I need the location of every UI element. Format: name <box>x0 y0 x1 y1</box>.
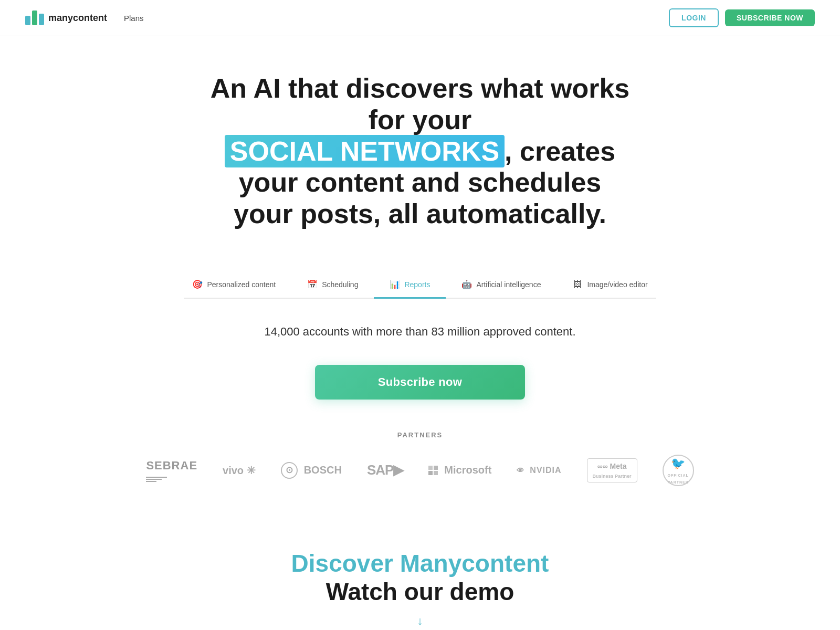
discover-title-colored: Discover Manycontent <box>10 549 830 578</box>
feature-tabs: 🎯 Personalized content 📅 Scheduling 📊 Re… <box>184 272 656 299</box>
partners-label: PARTNERS <box>10 431 830 439</box>
sebrae-text: SEBRAE <box>146 459 197 472</box>
partner-sebrae: SEBRAE <box>146 459 197 482</box>
partner-nvidia: 👁 NVIDIA <box>517 466 561 475</box>
personalized-icon: 🎯 <box>192 279 203 290</box>
meta-text: ∞∞ Meta <box>597 462 627 470</box>
subscribe-nav-button[interactable]: SUBSCRIBE NOW <box>725 9 815 26</box>
scheduling-icon: 📅 <box>307 279 318 290</box>
discover-title-dark: Watch our demo <box>10 578 830 606</box>
svg-rect-0 <box>25 16 30 25</box>
tab-image-video[interactable]: 🖼 Image/video editor <box>556 272 663 299</box>
vivo-text: vivo ✳ <box>223 464 256 477</box>
nav-left: manycontent Plans <box>25 10 144 25</box>
tab-ai-label: Artificial intelligence <box>476 280 541 289</box>
logo-icon <box>25 10 44 25</box>
tab-reports[interactable]: 📊 Reports <box>374 272 446 299</box>
tab-ai[interactable]: 🤖 Artificial intelligence <box>446 272 556 299</box>
login-button[interactable]: LOGIN <box>669 8 719 27</box>
tab-scheduling[interactable]: 📅 Scheduling <box>291 272 374 299</box>
navbar: manycontent Plans LOGIN SUBSCRIBE NOW <box>0 0 840 36</box>
nvidia-eye: 👁 <box>517 466 524 475</box>
discover-section: Discover Manycontent Watch our demo ↓ <box>0 518 840 630</box>
partners-section: PARTNERS SEBRAE vivo ✳ ⊙ BOSCH SAP▶ <box>0 431 840 518</box>
bosch-circle: ⊙ <box>281 462 298 479</box>
tab-personalized[interactable]: 🎯 Personalized content <box>176 272 291 299</box>
nav-right: LOGIN SUBSCRIBE NOW <box>669 8 815 27</box>
logo[interactable]: manycontent <box>25 10 107 25</box>
tab-scheduling-label: Scheduling <box>322 280 358 289</box>
nav-plans-link[interactable]: Plans <box>124 14 144 23</box>
partner-microsoft: Microsoft <box>428 464 491 476</box>
tab-image-video-label: Image/video editor <box>587 280 647 289</box>
subscribe-section: Subscribe now <box>0 349 840 431</box>
twitter-icon: 🐦 <box>671 457 685 470</box>
microsoft-text: Microsoft <box>444 464 491 476</box>
hero-section: An AI that discovers what works for your… <box>184 36 656 251</box>
partner-twitter: 🐦 OFFICIAL PARTNER <box>663 455 694 486</box>
reports-icon: 📊 <box>390 279 400 290</box>
twitter-official: OFFICIAL <box>667 474 688 477</box>
subscribe-main-button[interactable]: Subscribe now <box>315 365 525 400</box>
tab-reports-label: Reports <box>404 280 430 289</box>
partner-meta: ∞∞ Meta Business Partner <box>587 458 637 482</box>
partner-sap: SAP▶ <box>367 462 403 478</box>
partner-vivo: vivo ✳ <box>223 464 256 477</box>
twitter-partner: PARTNER <box>667 480 688 484</box>
sap-text: SAP▶ <box>367 462 403 478</box>
partners-logos: SEBRAE vivo ✳ ⊙ BOSCH SAP▶ <box>10 455 830 486</box>
stats-text: 14,000 accounts with more than 83 millio… <box>10 325 830 339</box>
hero-title: An AI that discovers what works for your… <box>209 73 631 230</box>
partner-bosch: ⊙ BOSCH <box>281 462 342 479</box>
svg-rect-2 <box>39 14 44 25</box>
image-video-icon: 🖼 <box>572 279 583 290</box>
microsoft-grid <box>428 466 438 475</box>
meta-sub: Business Partner <box>593 474 632 479</box>
tab-personalized-label: Personalized content <box>207 280 276 289</box>
svg-rect-1 <box>32 10 37 25</box>
logo-text: manycontent <box>48 13 107 24</box>
ai-icon: 🤖 <box>461 279 472 290</box>
hero-highlight: SOCIAL NETWORKS <box>225 135 505 167</box>
discover-arrow: ↓ <box>10 614 830 628</box>
hero-title-start: An AI that discovers what works for your <box>211 73 629 135</box>
nvidia-text: NVIDIA <box>530 466 561 475</box>
bosch-text: BOSCH <box>304 464 342 476</box>
stats-section: 14,000 accounts with more than 83 millio… <box>0 299 840 349</box>
